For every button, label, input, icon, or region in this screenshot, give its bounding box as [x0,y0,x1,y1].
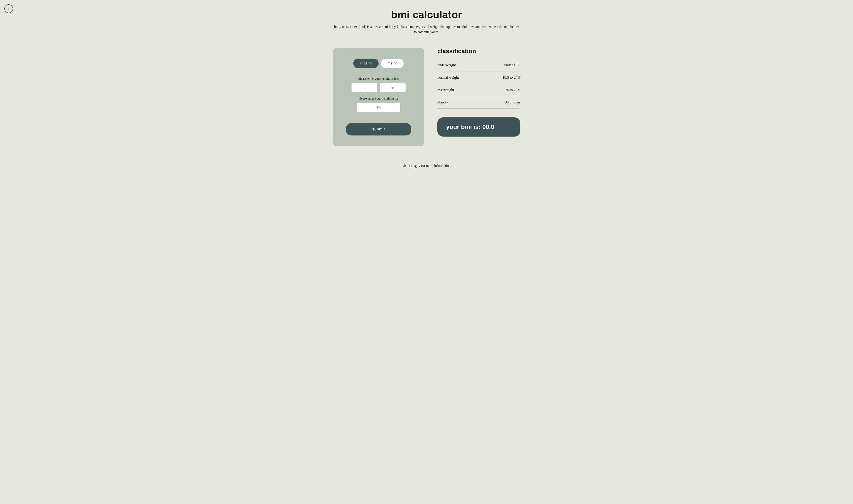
height-label: please enter your height in feet [346,77,411,80]
weight-label: please enter your weight in lbs [346,97,411,101]
back-button[interactable]: ‹ [4,4,13,13]
classification-row-overweight: overweight 25 to 29.9 [437,84,520,96]
weight-input-wrapper [346,103,411,112]
weight-input[interactable] [357,103,400,112]
classification-row-obesity: obesity 30 or over [437,96,520,109]
height-inputs [346,83,411,92]
calculator-card: imperial metric please enter your height… [333,48,424,146]
class-label-obesity: obesity [437,100,448,105]
footer-text-after: for more information [420,164,451,167]
footer-text-before: visit [402,164,410,167]
weight-input-group: please enter your weight in lbs [346,97,411,112]
page-container: bmi calculator body mass index (bmi) is … [328,0,525,176]
height-ft-input[interactable] [351,83,378,92]
height-in-input[interactable] [380,83,406,92]
main-content: imperial metric please enter your height… [333,48,520,146]
height-input-group: please enter your height in feet [346,77,411,92]
page-title: bmi calculator [333,9,520,21]
page-description: body mass index (bmi) is a measure of bo… [333,24,520,35]
footer: visit cdc.gov for more information [333,164,520,168]
cdc-link[interactable]: cdc.gov [409,164,420,167]
classification-section: classification underweight under 18.5 no… [437,48,520,137]
classification-row-underweight: underweight under 18.5 [437,59,520,71]
class-range-underweight: under 18.5 [504,63,520,67]
class-label-underweight: underweight [437,63,456,67]
submit-button[interactable]: submit [346,123,411,136]
unit-toggle: imperial metric [346,59,411,68]
imperial-button[interactable]: imperial [353,59,379,68]
class-range-normal: 18.5 to 24.9 [503,75,520,80]
class-range-obesity: 30 or over [505,100,520,105]
metric-button[interactable]: metric [381,59,404,68]
classification-title: classification [437,48,520,55]
classification-row-normal: normal weight 18.5 to 24.9 [437,71,520,84]
chevron-left-icon: ‹ [8,6,10,11]
bmi-result: your bmi is: 00.0 [437,118,520,137]
class-label-normal: normal weight [437,75,459,80]
classification-table: underweight under 18.5 normal weight 18.… [437,59,520,109]
class-range-overweight: 25 to 29.9 [505,88,520,92]
class-label-overweight: overweight [437,88,454,92]
